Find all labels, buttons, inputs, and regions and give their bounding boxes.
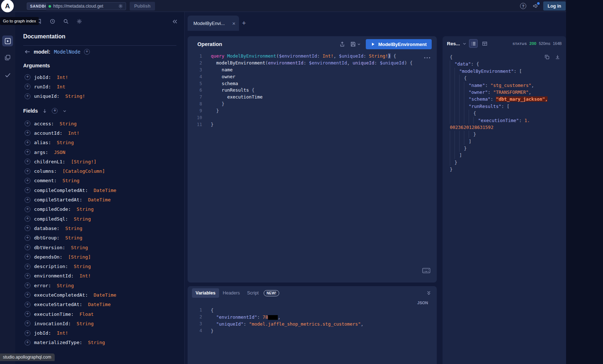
- add-to-query-icon[interactable]: +: [25, 187, 30, 193]
- add-to-query-icon[interactable]: +: [25, 273, 30, 279]
- tab-title[interactable]: ModelByEnvi...: [193, 21, 229, 26]
- field-type[interactable]: String: [71, 216, 91, 222]
- doc-field-row[interactable]: +dependsOn: [String]: [25, 252, 180, 262]
- add-to-query-icon[interactable]: +: [25, 235, 30, 241]
- add-to-query-icon[interactable]: +: [25, 283, 30, 288]
- doc-field-row[interactable]: +uniqueId: String!: [25, 92, 180, 101]
- field-type[interactable]: String: [85, 340, 105, 345]
- field-name[interactable]: error:: [34, 283, 51, 288]
- tab-variables[interactable]: Variables: [192, 288, 219, 298]
- field-type[interactable]: [String]: [65, 254, 91, 260]
- field-type[interactable]: String: [57, 121, 77, 126]
- field-type[interactable]: Int!: [77, 273, 91, 279]
- doc-field-row[interactable]: +compileStartedAt: DateTime: [25, 195, 180, 204]
- doc-field-row[interactable]: +alias: String: [25, 138, 180, 147]
- doc-field-row[interactable]: +args: JSON: [25, 147, 180, 157]
- add-to-query-icon[interactable]: +: [25, 302, 30, 307]
- add-to-query-icon[interactable]: +: [25, 340, 30, 346]
- keyboard-shortcuts-button[interactable]: [422, 268, 430, 275]
- add-to-query-icon[interactable]: +: [25, 178, 30, 184]
- code-line[interactable]: 7 executionTime: [188, 94, 437, 101]
- add-to-query-icon[interactable]: +: [25, 330, 30, 336]
- doc-field-row[interactable]: +description: String: [25, 262, 180, 271]
- field-type[interactable]: Int!: [65, 130, 79, 136]
- field-name[interactable]: jobId:: [34, 75, 51, 80]
- code-line[interactable]: 2 "environmentId": 78,: [188, 314, 437, 321]
- announcements-button[interactable]: [532, 3, 539, 11]
- doc-field-row[interactable]: +invocationId: String: [25, 319, 180, 328]
- add-to-query-icon[interactable]: +: [25, 292, 30, 298]
- connection-settings-gear-icon[interactable]: [118, 4, 123, 9]
- field-type[interactable]: Int: [54, 84, 65, 89]
- doc-field-row[interactable]: +accountId: Int!: [25, 128, 180, 138]
- code-line[interactable]: 10: [188, 114, 437, 121]
- code-line[interactable]: 1query ModelByEnvironment($environmentId…: [188, 53, 437, 60]
- code-line[interactable]: 6 runResults {: [188, 87, 437, 94]
- variables-editor[interactable]: 1{2 "environmentId": 78,3 "uniqueId": "m…: [188, 307, 437, 334]
- new-tab-button[interactable]: +: [242, 19, 246, 27]
- search-button[interactable]: [63, 18, 69, 24]
- endpoint-input[interactable]: https://metadata.cloud.get: [46, 2, 126, 10]
- code-line[interactable]: 11}: [188, 121, 437, 128]
- field-name[interactable]: compiledCode:: [34, 206, 71, 212]
- add-fields-dropdown-button[interactable]: [63, 109, 67, 113]
- doc-field-row[interactable]: +environmentId: Int!: [25, 271, 180, 281]
- operation-tab[interactable]: ModelByEnvi... ×: [188, 16, 239, 31]
- field-type[interactable]: Int!: [54, 330, 68, 336]
- doc-field-row[interactable]: +runId: Int: [25, 82, 180, 91]
- add-to-query-icon[interactable]: +: [25, 216, 30, 222]
- add-to-query-icon[interactable]: +: [25, 264, 30, 269]
- doc-field-row[interactable]: +access: String: [25, 119, 180, 128]
- doc-field-row[interactable]: +compiledSql: String: [25, 214, 180, 223]
- share-button[interactable]: [339, 41, 345, 47]
- field-name[interactable]: dependsOn:: [34, 254, 62, 260]
- field-type[interactable]: [CatalogColumn]: [60, 168, 105, 174]
- collapse-panel-button[interactable]: [172, 19, 177, 25]
- code-line[interactable]: 4}: [188, 327, 437, 334]
- field-type[interactable]: DateTime: [85, 302, 110, 307]
- rail-checks-button[interactable]: [4, 72, 11, 79]
- field-type[interactable]: String: [62, 226, 82, 231]
- doc-field-row[interactable]: +materializedType: String: [25, 338, 180, 347]
- add-to-query-icon[interactable]: +: [25, 244, 30, 250]
- field-name[interactable]: jobId:: [34, 330, 51, 336]
- help-button[interactable]: ?: [520, 3, 526, 9]
- add-to-query-icon[interactable]: +: [25, 197, 30, 203]
- doc-field-row[interactable]: +compileCompletedAt: DateTime: [25, 185, 180, 195]
- field-type[interactable]: Float: [77, 311, 94, 317]
- field-type[interactable]: DateTime: [85, 197, 110, 202]
- code-line[interactable]: 8 }: [188, 101, 437, 108]
- field-name[interactable]: executionTime:: [34, 311, 74, 317]
- field-type[interactable]: String: [60, 178, 80, 183]
- add-to-query-icon[interactable]: +: [25, 311, 30, 317]
- code-line[interactable]: 2 modelByEnvironment(environmentId: $env…: [188, 60, 437, 67]
- query-editor[interactable]: 1query ModelByEnvironment($environmentId…: [188, 53, 437, 128]
- add-all-fields-icon[interactable]: +: [52, 108, 58, 114]
- doc-field-row[interactable]: +dbtGroup: String: [25, 233, 180, 243]
- back-button[interactable]: [25, 50, 30, 54]
- code-line[interactable]: 4 owner: [188, 74, 437, 80]
- doc-field-row[interactable]: +compiledCode: String: [25, 205, 180, 214]
- field-name[interactable]: description:: [34, 264, 68, 269]
- field-name[interactable]: database:: [34, 226, 59, 231]
- doc-field-row[interactable]: +jobId: Int!: [25, 329, 180, 338]
- tab-headers[interactable]: Headers: [219, 288, 243, 298]
- field-name[interactable]: compiledSql:: [34, 216, 68, 222]
- run-operation-button[interactable]: ModelByEnvironment: [366, 39, 432, 49]
- field-name[interactable]: compileCompletedAt:: [34, 188, 88, 193]
- add-to-query-icon[interactable]: +: [25, 140, 30, 146]
- field-type[interactable]: String: [68, 245, 88, 250]
- doc-field-row[interactable]: +jobId: Int!: [25, 72, 180, 82]
- field-name[interactable]: executeStartedAt:: [34, 302, 82, 307]
- field-name[interactable]: invocationId:: [34, 321, 71, 326]
- collapse-variables-button[interactable]: [427, 290, 431, 296]
- doc-field-row[interactable]: +executeStartedAt: DateTime: [25, 300, 180, 309]
- add-to-query-icon[interactable]: +: [25, 149, 30, 155]
- field-name[interactable]: uniqueId:: [34, 93, 59, 99]
- field-type[interactable]: String: [71, 264, 91, 269]
- field-name[interactable]: columns:: [34, 168, 57, 174]
- field-name[interactable]: alias:: [34, 140, 51, 145]
- doc-field-row[interactable]: +childrenL1: [String!]: [25, 157, 180, 166]
- field-type[interactable]: String: [74, 321, 94, 326]
- add-to-query-icon[interactable]: +: [25, 225, 30, 231]
